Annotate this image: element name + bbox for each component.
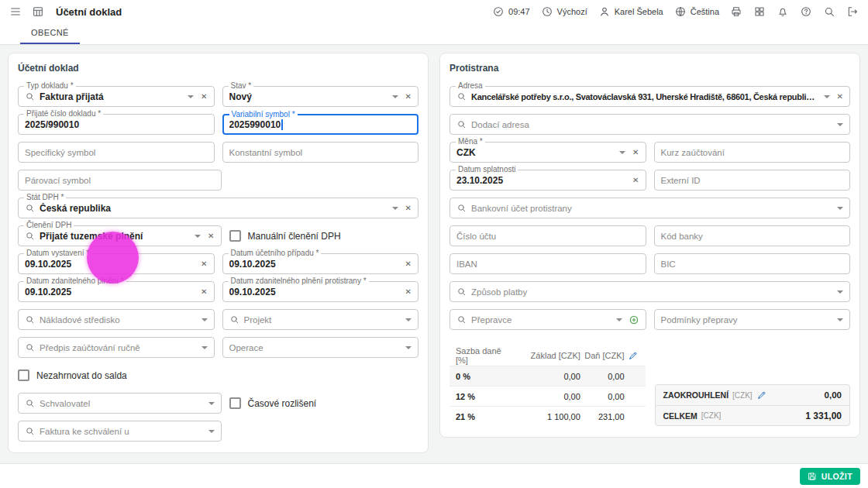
field-specificky-symbol[interactable]: Specifický symbol [18,142,215,163]
save-button[interactable]: ULOŽIT [800,468,860,485]
apps-icon[interactable] [753,5,766,18]
checkbox-casove-rozliseni[interactable]: Časové rozlišení [229,393,419,414]
help-icon[interactable] [800,5,812,18]
document-panel-title: Účetní doklad [18,63,418,74]
tab-bar: OBECNÉ [0,23,868,45]
clear-icon[interactable]: ✕ [201,288,207,296]
clear-icon[interactable]: ✕ [632,149,639,156]
field-kurz-zauctovani[interactable]: Kurz zaúčtování [654,142,851,163]
field-externi-id[interactable]: Externí ID [654,170,851,191]
field-datum-splatnosti[interactable]: Datum splatnosti 23.10.2025 ✕ [450,170,646,191]
field-cleneni-dph[interactable]: Členění DPH Přijaté tuzemské plnění ✕ [18,225,222,246]
chevron-down-icon[interactable] [824,95,830,98]
top-bar: Účetní doklad 09:47 Výchozí Karel Šebela… [0,0,868,23]
field-typ-dokladu[interactable]: Typ dokladu * Faktura přijatá ✕ [18,86,215,107]
field-nakladove-stredisko[interactable]: Nákladové středisko [18,309,215,330]
chevron-down-icon[interactable] [405,318,412,321]
clear-icon[interactable]: ✕ [208,232,214,240]
checkbox-box [229,230,241,242]
field-predpis-zauctovani[interactable]: Předpis zaúčtování ručně [18,337,215,358]
clear-icon[interactable]: ✕ [405,260,412,268]
clear-icon[interactable]: ✕ [405,288,412,296]
chevron-down-icon[interactable] [616,318,622,321]
chevron-down-icon[interactable] [195,235,201,238]
totals-wrap: ZAOKROUHLENÍ [CZK] 0,00 CELKEM [CZK] 1 3… [655,345,851,426]
search-icon[interactable] [823,5,835,18]
field-prijate-cislo-dokladu[interactable]: Přijaté číslo dokladu * 2025/990010 [18,114,215,135]
chevron-down-icon[interactable] [405,346,412,349]
edit-tax-icon[interactable] [628,350,639,361]
tax-table: Sazba daně [%] Základ [CZK] Daň [CZK] 0 … [450,345,646,426]
edit-rounding-icon[interactable] [756,390,767,400]
field-bic[interactable]: BIC [654,253,851,274]
checkbox-manualni-cleneni-dph[interactable]: Manuální členění DPH [229,225,419,246]
field-prepravce[interactable]: Přepravce [450,309,646,330]
chevron-down-icon[interactable] [837,207,843,210]
field-kod-banky[interactable]: Kód banky [654,225,851,246]
field-operace[interactable]: Operace [222,337,419,358]
text-cursor [281,119,283,130]
chevron-down-icon[interactable] [208,402,215,405]
field-datum-zdanitelneho-plneni-protistrany[interactable]: Datum zdanitelného plnění protistrany * … [222,281,419,302]
user-menu[interactable]: Karel Šebela [598,5,663,18]
save-button-label: ULOŽIT [822,472,852,481]
chevron-down-icon[interactable] [837,318,843,321]
field-adresa[interactable]: Adresa Kancelářské potřeby s.r.o., Svato… [450,86,850,107]
checkbox-box [18,369,29,381]
clear-icon[interactable]: ✕ [201,93,207,101]
field-variabilni-symbol[interactable]: Variabilní symbol * 2025990010 [222,114,419,135]
tab-obecne[interactable]: OBECNÉ [20,23,80,44]
clear-icon[interactable]: ✕ [201,260,207,268]
field-faktura-ke-schvaleni[interactable]: Faktura ke schválení u [18,421,222,442]
counterparty-panel-title: Protistrana [450,63,850,74]
field-datum-vystaveni[interactable]: Datum vystavení * 09.10.2025 ✕ [18,253,215,274]
chevron-down-icon[interactable] [837,123,843,126]
status-check: 09:47 [492,5,530,18]
module-grid-icon[interactable] [32,5,44,18]
field-dodaci-adresa[interactable]: Dodací adresa [450,114,850,135]
chevron-down-icon[interactable] [619,151,625,154]
print-icon[interactable] [730,5,742,18]
chevron-down-icon[interactable] [392,95,398,98]
lookup-search-icon [456,91,467,101]
logout-icon[interactable] [846,5,859,18]
main-content: Účetní doklad Typ dokladu * Faktura přij… [0,45,868,485]
chevron-down-icon[interactable] [202,318,208,321]
checkbox-nezahrnovat-do-salda[interactable]: Nezahrnovat do salda [18,365,418,386]
profile-selector[interactable]: Výchozí [541,5,587,18]
notifications-bell-icon[interactable] [777,5,789,18]
clear-icon[interactable]: ✕ [405,204,412,212]
field-bankovni-ucet[interactable]: Bankovní účet protistrany [450,198,850,218]
field-stav[interactable]: Stav * Nový ✕ [222,86,419,107]
field-projekt[interactable]: Projekt [222,309,419,330]
lookup-search-icon [456,119,467,129]
clear-icon[interactable]: ✕ [632,177,639,184]
chevron-down-icon[interactable] [202,346,208,349]
field-datum-zdanitelneho-plneni[interactable]: Datum zdanitelného plnění * 09.10.2025 ✕ [18,281,215,302]
check-circle-icon [492,5,505,18]
menu-icon[interactable] [9,5,22,18]
field-stat-dph[interactable]: Stát DPH * Česká republika ✕ [18,198,418,218]
field-mena[interactable]: Měna * CZK ✕ [450,142,646,163]
language-menu[interactable]: Čeština [674,5,719,18]
chevron-down-icon[interactable] [188,95,194,98]
field-iban[interactable]: IBAN [450,253,646,274]
field-schvalovatel[interactable]: Schvalovatel [18,393,222,414]
footer-bar: ULOŽIT [0,463,868,488]
clear-icon[interactable]: ✕ [405,93,412,101]
add-circle-icon[interactable] [629,314,639,325]
field-konstantni-symbol[interactable]: Konstantní symbol [222,142,419,163]
field-datum-ucetniho-pripadu[interactable]: Datum účetního případu * 09.10.2025 ✕ [222,253,419,274]
field-cislo-uctu[interactable]: Číslo účtu [450,225,646,246]
field-podminky-prepravy[interactable]: Podmínky přepravy [654,309,851,330]
field-parovaci-symbol[interactable]: Párovací symbol [18,170,222,191]
chevron-down-icon[interactable] [837,290,843,294]
chevron-down-icon[interactable] [208,430,215,433]
lookup-search-icon [25,231,35,241]
tax-row-2: 21 % 1 100,00 231,00 [450,406,646,426]
tax-row-0: 0 % 0,00 0,00 [450,366,646,386]
lookup-search-icon [456,203,467,213]
field-zpusob-platby[interactable]: Způsob platby [450,281,850,302]
clear-icon[interactable]: ✕ [837,93,843,101]
chevron-down-icon[interactable] [392,207,398,210]
